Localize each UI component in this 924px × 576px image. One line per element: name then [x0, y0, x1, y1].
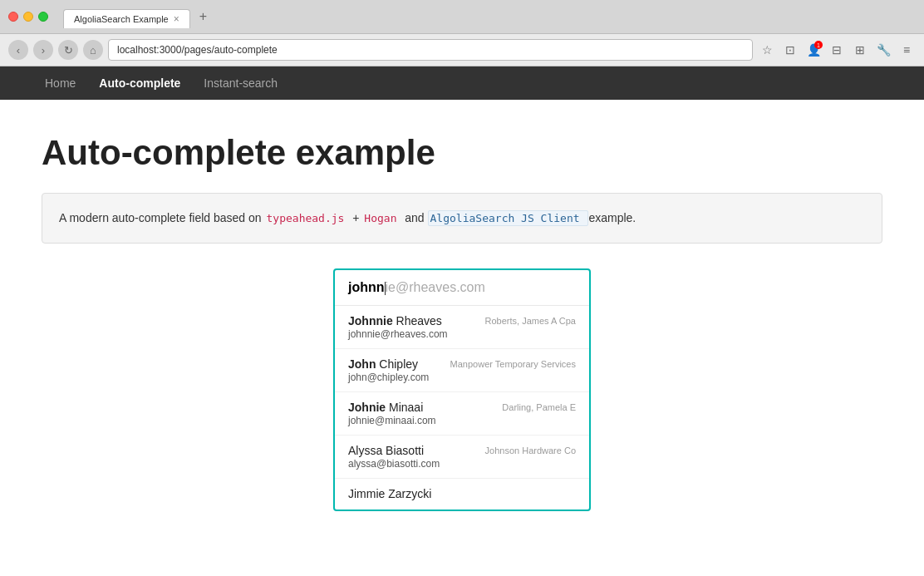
- url-text: localhost:3000/pages/auto-complete: [117, 44, 278, 56]
- suggestion-email: alyssa@biasotti.com: [348, 458, 440, 470]
- suggestion-list: Johnnie Rheaves johnnie@rheaves.com Robe…: [335, 306, 589, 510]
- settings-icon[interactable]: ⊞: [851, 41, 869, 59]
- back-button[interactable]: ‹: [8, 40, 28, 60]
- forward-button[interactable]: ›: [33, 40, 53, 60]
- suggestion-item[interactable]: Jimmie Zarzycki: [335, 479, 589, 510]
- nav-instantsearch[interactable]: Instant-search: [192, 68, 289, 98]
- typed-text: johnn: [348, 280, 385, 294]
- search-input-row: johnnie@rheaves.com: [335, 270, 589, 306]
- search-input[interactable]: johnnie@rheaves.com: [348, 280, 576, 295]
- home-icon: ⌂: [90, 44, 96, 57]
- address-bar[interactable]: localhost:3000/pages/auto-complete: [108, 39, 753, 61]
- suggestion-left: Alyssa Biasotti alyssa@biasotti.com: [348, 444, 440, 470]
- suggestion-name: John Chipley: [348, 357, 429, 371]
- new-tab-button[interactable]: +: [192, 5, 214, 28]
- suggestion-row: Johnnie Rheaves johnnie@rheaves.com Robe…: [348, 314, 576, 340]
- suggestion-left: Johnnie Rheaves johnnie@rheaves.com: [348, 314, 448, 340]
- nav-autocomplete[interactable]: Auto-complete: [87, 68, 192, 98]
- browser-icons: ☆ ⊡ 👤 1 ⊟ ⊞ 🔧 ≡: [758, 41, 916, 59]
- suggestion-left: Jimmie Zarzycki: [348, 487, 431, 501]
- browser-titlebar: AlgoliaSearch Example × +: [0, 0, 924, 34]
- tab-close-button[interactable]: ×: [174, 13, 179, 25]
- suggestion-left: Johnie Minaai johnie@minaai.com: [348, 401, 436, 426]
- suggestion-item[interactable]: Johnie Minaai johnie@minaai.com Darling,…: [335, 392, 589, 436]
- back-icon: ‹: [17, 44, 20, 57]
- nav-home[interactable]: Home: [33, 68, 87, 98]
- active-tab[interactable]: AlgoliaSearch Example ×: [63, 9, 190, 28]
- browser-toolbar: ‹ › ↻ ⌂ localhost:3000/pages/auto-comple…: [0, 34, 924, 66]
- page-title: Auto-complete example: [42, 133, 882, 173]
- suggestion-name: Jimmie Zarzycki: [348, 487, 431, 500]
- home-button[interactable]: ⌂: [83, 40, 103, 60]
- description-prefix: A modern auto-complete field based on: [59, 211, 262, 224]
- star-icon[interactable]: ☆: [758, 41, 776, 59]
- suggestion-row: John Chipley john@chipley.com Manpower T…: [348, 357, 576, 383]
- suggestion-company: Manpower Temporary Services: [450, 359, 576, 369]
- suggestion-item[interactable]: John Chipley john@chipley.com Manpower T…: [335, 349, 589, 392]
- hint-text: ie@rheaves.com: [386, 280, 485, 294]
- suggestion-item[interactable]: Alyssa Biasotti alyssa@biasotti.com John…: [335, 436, 589, 479]
- reload-button[interactable]: ↻: [58, 40, 78, 60]
- suggestion-row: Alyssa Biasotti alyssa@biasotti.com John…: [348, 444, 576, 470]
- typeahead-link[interactable]: typeahead.js: [265, 211, 353, 225]
- suggestion-name: Johnnie Rheaves: [348, 314, 448, 327]
- main-content: Auto-complete example A modern auto-comp…: [0, 100, 924, 544]
- forward-icon: ›: [42, 44, 45, 57]
- suggestion-company: Johnson Hardware Co: [485, 446, 576, 455]
- browser-tabs: AlgoliaSearch Example × +: [63, 5, 214, 28]
- minimize-button[interactable]: [23, 12, 33, 22]
- suggestion-name: Alyssa Biasotti: [348, 444, 440, 457]
- suggestion-left: John Chipley john@chipley.com: [348, 357, 429, 383]
- suggestion-company: Darling, Pamela E: [502, 402, 576, 412]
- hogan-link[interactable]: Hogan: [362, 211, 405, 225]
- tab-title: AlgoliaSearch Example: [74, 14, 169, 24]
- close-button[interactable]: [8, 12, 18, 22]
- suggestion-row: Jimmie Zarzycki: [348, 487, 576, 501]
- cast-icon[interactable]: ⊟: [828, 41, 846, 59]
- extension-icon[interactable]: 👤 1: [804, 41, 823, 59]
- site-navbar: Home Auto-complete Instant-search: [0, 66, 924, 100]
- window-icon[interactable]: ⊡: [781, 41, 799, 59]
- suggestion-email: johnnie@rheaves.com: [348, 328, 448, 340]
- browser-chrome: AlgoliaSearch Example × + ‹ › ↻ ⌂ localh…: [0, 0, 924, 66]
- search-wrapper: johnnie@rheaves.com Johnnie Rheaves john…: [42, 268, 882, 511]
- tools-icon[interactable]: 🔧: [874, 41, 892, 59]
- traffic-lights: [8, 12, 48, 22]
- suggestion-item[interactable]: Johnnie Rheaves johnnie@rheaves.com Robe…: [335, 306, 589, 349]
- suggestion-company: Roberts, James A Cpa: [485, 316, 576, 326]
- notification-badge: 1: [814, 41, 823, 49]
- description-box: A modern auto-complete field based on ty…: [42, 193, 882, 244]
- suggestion-row: Johnie Minaai johnie@minaai.com Darling,…: [348, 401, 576, 426]
- maximize-button[interactable]: [38, 12, 48, 22]
- reload-icon: ↻: [64, 44, 73, 57]
- algolia-link[interactable]: AlgoliaSearch JS Client: [428, 210, 589, 226]
- search-container: johnnie@rheaves.com Johnnie Rheaves john…: [333, 268, 591, 511]
- suggestion-email: johnie@minaai.com: [348, 415, 436, 426]
- suggestion-email: john@chipley.com: [348, 372, 429, 383]
- menu-icon[interactable]: ≡: [897, 41, 916, 59]
- suggestion-name: Johnie Minaai: [348, 401, 436, 414]
